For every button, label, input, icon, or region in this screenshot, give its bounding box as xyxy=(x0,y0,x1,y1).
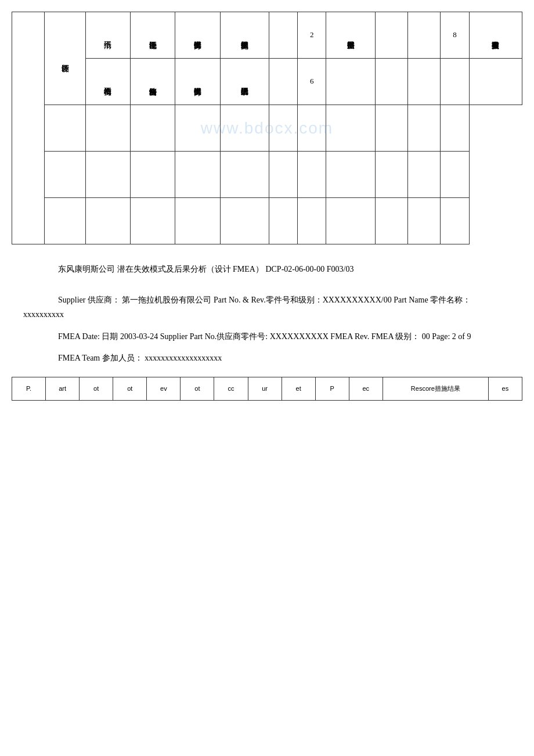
col13-cell-3 xyxy=(441,105,469,152)
bottom-table-section: P. art ot ot ev ot cc ur et P ec Rescore… xyxy=(12,377,522,401)
col13-cell-5 xyxy=(441,198,469,244)
col1-cell xyxy=(12,12,45,244)
col9-cell-3 xyxy=(298,105,326,152)
bh-col-ev: ev xyxy=(147,377,181,400)
col12-cell-1: 8 xyxy=(441,12,469,59)
bh-col-ot2: ot xyxy=(113,377,147,400)
col9-cell-2 xyxy=(326,59,375,105)
bh-col-ot1: ot xyxy=(80,377,113,400)
col8-cell-5 xyxy=(269,198,297,244)
bh-col-art: art xyxy=(46,377,80,400)
col13-cell-2 xyxy=(469,59,522,105)
col7-cell-5 xyxy=(220,198,269,244)
col13-cell-4 xyxy=(441,152,469,198)
col12-cell-2 xyxy=(441,59,469,105)
col11-cell-3 xyxy=(375,105,407,152)
col4-cell-4 xyxy=(85,152,130,198)
table-row: 坏图设计 纸不清 法设计毛坯图 方提供图纸有误 求提供完整的图纸 2 重新提供零… xyxy=(12,12,522,59)
col3-cell-3 xyxy=(45,105,85,152)
col10-cell-4 xyxy=(326,152,375,198)
col12-cell-4 xyxy=(408,152,441,198)
fmea-date-line: FMEA Date: 日期 2003-03-24 Supplier Part N… xyxy=(23,329,511,344)
bh-col-ec: ec xyxy=(349,377,383,400)
col4-cell-1: 法设计毛坯图 xyxy=(130,12,175,59)
bh-col-ot3: ot xyxy=(181,377,214,400)
col9-cell-4 xyxy=(298,152,326,198)
col11-cell-2 xyxy=(408,59,441,105)
col3-cell-4 xyxy=(45,152,85,198)
col5-cell-1: 方提供图纸有误 xyxy=(175,12,220,59)
col3-cell-2: 纸与实物不符 xyxy=(85,59,130,105)
fmea-table: 坏图设计 纸不清 法设计毛坯图 方提供图纸有误 求提供完整的图纸 2 重新提供零… xyxy=(12,12,522,244)
col7-cell-4 xyxy=(220,152,269,198)
col9-cell-5 xyxy=(298,198,326,244)
col9-cell-1: 重新提供零件图 xyxy=(326,12,375,59)
bh-col-es: es xyxy=(488,377,522,400)
table-row: 纸与实物不符 法制造出合格铸件 方提供图纸有误 求提供正确的图纸 6 xyxy=(12,59,522,105)
col7-cell-1 xyxy=(269,12,297,59)
col11-cell-1 xyxy=(408,12,441,59)
col8-cell-3 xyxy=(269,105,297,152)
table-row xyxy=(12,152,522,198)
col8-cell-1: 2 xyxy=(298,12,326,59)
col5-cell-2: 方提供图纸有误 xyxy=(175,59,220,105)
supplier-line: Supplier 供应商： 第一拖拉机股份有限公司 Part No. & Rev… xyxy=(23,293,511,322)
col8-cell-4 xyxy=(269,152,297,198)
col13-cell-1: 樊东谷实业有限公司 xyxy=(469,12,522,59)
bh-col-ur: ur xyxy=(248,377,282,400)
bh-col-p: P. xyxy=(12,377,46,400)
info-section: 东风康明斯公司 潜在失效模式及后果分析（设计 FMEA） DCP-02-06-0… xyxy=(12,262,522,365)
col5-cell-3 xyxy=(130,105,175,152)
col3-cell-5 xyxy=(45,198,85,244)
bh-col-p2: P xyxy=(315,377,349,400)
col11-cell-5 xyxy=(375,198,407,244)
col4-cell-3 xyxy=(85,105,130,152)
col12-cell-3 xyxy=(408,105,441,152)
team-line: FMEA Team 参加人员： xxxxxxxxxxxxxxxxxxx xyxy=(23,351,511,365)
bottom-table: P. art ot ot ev ot cc ur et P ec Rescore… xyxy=(12,377,522,401)
col7-cell-2 xyxy=(269,59,297,105)
col4-cell-5 xyxy=(85,198,130,244)
title-line: 东风康明斯公司 潜在失效模式及后果分析（设计 FMEA） DCP-02-06-0… xyxy=(23,262,511,276)
table-row xyxy=(12,198,522,244)
col12-cell-5 xyxy=(408,198,441,244)
col6-cell-5 xyxy=(175,198,220,244)
col6-cell-4 xyxy=(175,152,220,198)
bh-col-rescore: Rescore措施结果 xyxy=(383,377,488,400)
col7-cell-3 xyxy=(220,105,269,152)
col10-cell-3 xyxy=(326,105,375,152)
col4-cell-2: 法制造出合格铸件 xyxy=(130,59,175,105)
col6-cell-1: 求提供完整的图纸 xyxy=(220,12,269,59)
col6-cell-3 xyxy=(175,105,220,152)
col10-cell-1 xyxy=(375,12,407,59)
col3-cell-1: 纸不清 xyxy=(85,12,130,59)
main-table-section: 坏图设计 纸不清 法设计毛坯图 方提供图纸有误 求提供完整的图纸 2 重新提供零… xyxy=(12,12,522,244)
bottom-table-header-row: P. art ot ot ev ot cc ur et P ec Rescore… xyxy=(12,377,522,400)
col6-cell-2: 求提供正确的图纸 xyxy=(220,59,269,105)
col5-cell-4 xyxy=(130,152,175,198)
col10-cell-5 xyxy=(326,198,375,244)
col8-cell-2: 6 xyxy=(298,59,326,105)
col10-cell-2 xyxy=(375,59,407,105)
bh-col-cc: cc xyxy=(214,377,248,400)
table-row xyxy=(12,105,522,152)
col2-cell: 坏图设计 xyxy=(45,12,85,105)
col11-cell-4 xyxy=(375,152,407,198)
col5-cell-5 xyxy=(130,198,175,244)
bh-col-et: et xyxy=(282,377,315,400)
